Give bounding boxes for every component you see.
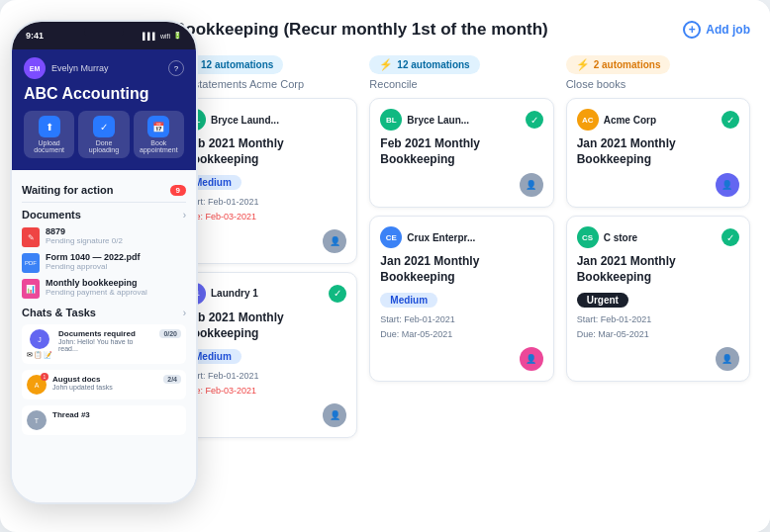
card-user-row: AC Acme Corp xyxy=(577,109,656,131)
doc-name: Monthly bookkeeping xyxy=(46,278,147,288)
job-card[interactable]: CE Crux Enterpr... Jan 2021 Monthly Book… xyxy=(369,216,553,382)
card-footer: 👤 xyxy=(577,347,739,371)
chat-badge: 2/4 xyxy=(163,375,181,384)
phone-status-bar: 9:41 ▌▌▌ wifi 🔋 xyxy=(12,22,196,49)
page-title: Bookkeeping (Recur monthly 1st of the mo… xyxy=(173,20,548,40)
phone-notch-pill xyxy=(84,28,124,36)
user-name: C store xyxy=(604,232,637,243)
document-item[interactable]: 📊 Monthly bookkeeping Pending payment & … xyxy=(22,278,186,299)
book-appointment-button[interactable]: 📅 Book appointment xyxy=(134,111,184,158)
assignee-avatar: 👤 xyxy=(323,229,346,253)
card-title: Feb 2021 Monthly Bookkeeping xyxy=(380,136,542,167)
firm-name: ABC Accounting xyxy=(24,85,184,103)
user-name: Laundry 1 xyxy=(211,288,258,299)
doc-sub: Pending signature 0/2 xyxy=(46,236,123,245)
card-user-row: CS C store xyxy=(577,226,637,248)
card-top: AC Acme Corp ✓ xyxy=(577,109,739,131)
doc-sub: Pending approval xyxy=(46,262,141,271)
chat-content: August docs John updated tasks xyxy=(52,375,157,391)
card-footer: 👤 xyxy=(380,347,542,371)
avatar: CE xyxy=(380,226,402,248)
chat-item[interactable]: J ✉📋📝 Documents required John: Hello! Yo… xyxy=(22,324,186,364)
avatar: AC xyxy=(577,109,599,131)
assignee-avatar: 👤 xyxy=(520,347,543,371)
main-content: Bookkeeping (Recur monthly 1st of the mo… xyxy=(153,0,770,532)
user-name: Crux Enterpr... xyxy=(407,232,475,243)
kanban-columns: ⚡ 12 automations Get statements Acme Cor… xyxy=(173,55,750,498)
user-name: Evelyn Murray xyxy=(51,63,168,73)
card-title: Jan 2021 Monthly Bookkeeping xyxy=(577,136,739,167)
upload-document-button[interactable]: ⬆ Upload document xyxy=(24,111,74,158)
doc-icon: 📊 xyxy=(22,279,40,299)
chats-section-header: Chats & Tasks › xyxy=(22,307,186,318)
priority-badge: Medium xyxy=(380,293,437,308)
job-card[interactable]: L1 Laundry 1 ✓ Feb 2021 Monthly Bookkeep… xyxy=(173,272,357,438)
column-label: Get statements Acme Corp xyxy=(173,78,357,90)
phone-mockup: 9:41 ▌▌▌ wifi 🔋 EM Evelyn Murray ? ABC A… xyxy=(10,20,198,504)
chats-section: Chats & Tasks › J ✉📋📝 Documents required… xyxy=(22,307,186,435)
avatar: EM xyxy=(24,57,46,79)
user-name: Bryce Laun... xyxy=(407,115,469,126)
card-top: BL Bryce Laund... xyxy=(184,109,346,131)
card-user-row: CE Crux Enterpr... xyxy=(380,226,475,248)
complete-icon: ✓ xyxy=(722,111,739,129)
card-date: Start: Feb-01-2021 Due: Mar-05-2021 xyxy=(577,312,739,341)
card-footer: 👤 xyxy=(184,403,346,427)
bolt-icon: ⚡ xyxy=(379,58,393,71)
card-date: Start: Feb-01-2021 Due: Mar-05-2021 xyxy=(380,312,542,341)
chat-item[interactable]: T Thread #3 xyxy=(22,405,186,435)
phone-status-icons: ▌▌▌ wifi 🔋 xyxy=(143,32,182,40)
avatar: BL xyxy=(380,109,402,131)
card-footer: 👤 xyxy=(380,173,542,197)
doc-icon: PDF xyxy=(22,253,40,273)
chat-avatar: T xyxy=(27,410,47,430)
help-icon[interactable]: ? xyxy=(168,60,184,76)
phone-header: EM Evelyn Murray ? ABC Accounting ⬆ Uplo… xyxy=(12,49,196,170)
automations-badge: ⚡ 12 automations xyxy=(369,55,479,74)
card-title: Feb 2021 Monthly Bookkeeping xyxy=(184,310,346,341)
column-header: ⚡ 2 automations Close books xyxy=(566,55,750,90)
doc-sub: Pending payment & approval xyxy=(46,288,147,297)
card-title: Jan 2021 Monthly Bookkeeping xyxy=(380,254,542,285)
documents-section-header: Documents › xyxy=(22,209,186,221)
job-card[interactable]: CS C store ✓ Jan 2021 Monthly Bookkeepin… xyxy=(566,216,750,382)
priority-badge: Urgent xyxy=(577,293,628,308)
phone-user-row: EM Evelyn Murray ? xyxy=(24,57,184,79)
document-item[interactable]: PDF Form 1040 — 2022.pdf Pending approva… xyxy=(22,252,186,273)
wifi-icon: wifi xyxy=(160,33,170,40)
complete-icon: ✓ xyxy=(526,111,543,129)
calendar-icon: 📅 xyxy=(147,116,169,137)
phone-body: Waiting for action 9 Documents › ✎ 8879 … xyxy=(12,170,196,504)
chats-label: Chats & Tasks xyxy=(22,307,96,318)
avatar: CS xyxy=(577,226,599,248)
assignee-avatar: 👤 xyxy=(520,173,543,197)
doc-icon: ✎ xyxy=(22,227,40,247)
add-job-button[interactable]: + Add job xyxy=(683,21,750,39)
card-top: L1 Laundry 1 ✓ xyxy=(184,283,346,305)
done-uploading-button[interactable]: ✓ Done uploading xyxy=(78,111,129,158)
card-title: Feb 2021 Monthly Bookkeeping xyxy=(184,136,346,167)
phone-time: 9:41 xyxy=(26,31,44,41)
job-card[interactable]: BL Bryce Laun... ✓ Feb 2021 Monthly Book… xyxy=(369,98,553,208)
card-date: Start: Feb-01-2021 Due: Feb-03-2021 xyxy=(184,195,346,223)
battery-icon: 🔋 xyxy=(173,32,182,40)
job-card[interactable]: AC Acme Corp ✓ Jan 2021 Monthly Bookkeep… xyxy=(566,98,750,208)
waiting-section: Waiting for action 9 xyxy=(22,178,186,203)
chevron-right-icon[interactable]: › xyxy=(183,210,186,221)
card-top: BL Bryce Laun... ✓ xyxy=(380,109,542,131)
chat-item[interactable]: A 1 August docs John updated tasks 2/4 xyxy=(22,370,186,399)
upload-icon: ⬆ xyxy=(39,116,60,137)
waiting-badge: 9 xyxy=(170,185,186,196)
column-get-statements: ⚡ 12 automations Get statements Acme Cor… xyxy=(173,55,357,498)
doc-name: Form 1040 — 2022.pdf xyxy=(46,252,141,262)
waiting-label: Waiting for action xyxy=(22,184,113,196)
chevron-right-icon[interactable]: › xyxy=(183,308,186,318)
document-item[interactable]: ✎ 8879 Pending signature 0/2 xyxy=(22,226,186,247)
column-close-books: ⚡ 2 automations Close books AC Acme Corp… xyxy=(566,55,750,498)
card-title: Jan 2021 Monthly Bookkeeping xyxy=(577,254,739,285)
job-card[interactable]: BL Bryce Laund... Feb 2021 Monthly Bookk… xyxy=(173,98,357,264)
card-top: CE Crux Enterpr... xyxy=(380,226,542,248)
app-container: 9:41 ▌▌▌ wifi 🔋 EM Evelyn Murray ? ABC A… xyxy=(0,0,770,532)
user-name: Acme Corp xyxy=(604,115,656,126)
column-label: Reconcile xyxy=(369,78,553,90)
